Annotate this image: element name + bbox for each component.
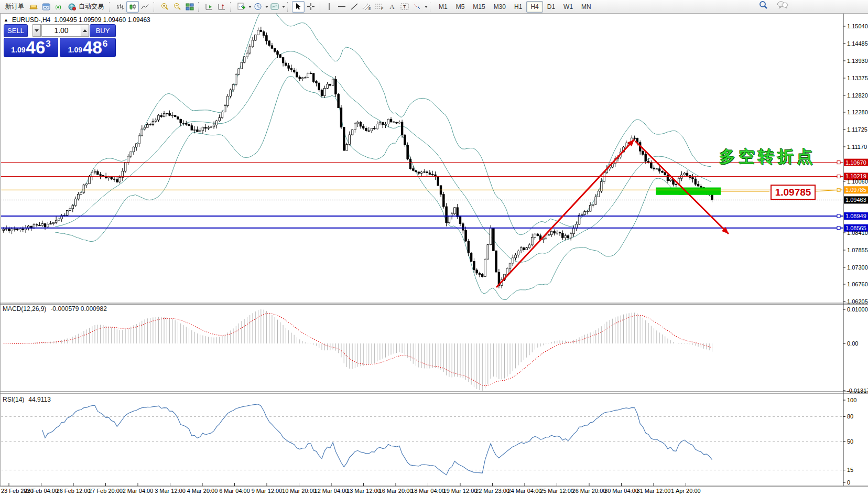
- timeframe-h4[interactable]: H4: [526, 1, 542, 13]
- svg-text:25 Mar 12:00: 25 Mar 12:00: [540, 488, 574, 494]
- horizontal-line-tool-icon[interactable]: [335, 1, 348, 13]
- timeframe-m5[interactable]: M5: [452, 1, 469, 13]
- candles-layer: [3, 27, 713, 288]
- terminal-window-icon[interactable]: [40, 1, 52, 13]
- buy-button[interactable]: BUY: [90, 24, 116, 37]
- symbol-title: ▲ EURUSD-,H4 1.09495 1.09509 1.09460 1.0…: [4, 16, 150, 24]
- volume-increase-button[interactable]: [81, 24, 89, 37]
- svg-text:1.12280: 1.12280: [847, 109, 868, 115]
- arrows-dropdown[interactable]: [425, 6, 428, 8]
- timeframe-h1[interactable]: H1: [510, 1, 526, 13]
- timeframe-m1[interactable]: M1: [435, 1, 452, 13]
- turning-point-annotation[interactable]: 多空转折点: [719, 146, 816, 168]
- svg-text:27 Feb 20:00: 27 Feb 20:00: [89, 488, 123, 494]
- macd-indicator-label: MACD(12,26,9) -0.000579 0.000982: [3, 305, 107, 313]
- svg-text:80: 80: [847, 413, 853, 419]
- bollinger-bands: [55, 14, 711, 300]
- svg-text:12 Mar 04:00: 12 Mar 04:00: [314, 488, 349, 494]
- sell-price-box[interactable]: 1.09 46 3: [4, 38, 58, 57]
- line-chart-type-icon[interactable]: [139, 1, 151, 13]
- svg-text:100: 100: [847, 397, 856, 403]
- svg-text:26 Feb 12:00: 26 Feb 12:00: [57, 488, 91, 494]
- svg-text:1.11725: 1.11725: [847, 126, 867, 133]
- tile-windows-icon[interactable]: [183, 1, 196, 13]
- buy-price-big: 48: [83, 40, 102, 56]
- symbol-trend-icon: ▲: [4, 17, 8, 23]
- candlestick-chart-type-icon[interactable]: [126, 1, 139, 13]
- chart-canvas[interactable]: 1.106701.102191.097851.089491.085651.094…: [0, 14, 868, 495]
- bar-chart-type-icon[interactable]: [114, 1, 126, 13]
- text-tool-icon[interactable]: A: [386, 1, 398, 13]
- svg-text:30 Mar 04:00: 30 Mar 04:00: [604, 488, 638, 494]
- svg-text:22 Mar 23:00: 22 Mar 23:00: [475, 488, 509, 494]
- signal-icon[interactable]: [52, 1, 65, 13]
- new-order-button[interactable]: 新订单: [2, 2, 27, 12]
- svg-text:1 Apr 20:00: 1 Apr 20:00: [671, 488, 700, 494]
- search-icon[interactable]: [759, 1, 768, 11]
- template-dropdown[interactable]: [282, 6, 285, 8]
- level-handle: [837, 175, 840, 178]
- timeframe-w1[interactable]: W1: [559, 1, 577, 13]
- timeframe-d1[interactable]: D1: [543, 1, 559, 13]
- auto-trading-button[interactable]: 自动交易: [65, 2, 107, 12]
- pane-separators[interactable]: [0, 14, 868, 486]
- auto-scroll-icon[interactable]: [203, 1, 215, 13]
- chat-icon[interactable]: [777, 1, 788, 11]
- volume-input[interactable]: [41, 24, 81, 37]
- gold-ingot-icon[interactable]: [27, 1, 40, 13]
- toolbar: 新订单 自动交易: [0, 0, 868, 14]
- sell-price-sup: 3: [46, 39, 50, 49]
- svg-text:6 Mar 04:00: 6 Mar 04:00: [219, 488, 250, 494]
- trendline-tool-icon[interactable]: [348, 1, 361, 13]
- buy-button-label: BUY: [96, 27, 110, 35]
- rsi-name: RSI(14): [3, 396, 24, 403]
- svg-text:1.10670: 1.10670: [845, 159, 866, 166]
- price-callout-box[interactable]: 1.09785: [771, 185, 816, 200]
- svg-text:1.07855: 1.07855: [847, 247, 868, 253]
- rsi-indicator-label: RSI(14) 44.9113: [3, 396, 51, 403]
- chart-shift-icon[interactable]: [215, 1, 228, 13]
- spinner-up-icon: [83, 29, 87, 32]
- macd-histogram: [4, 309, 712, 391]
- add-indicator-icon[interactable]: [235, 1, 247, 13]
- svg-text:0.00: 0.00: [847, 340, 858, 347]
- crosshair-tool-icon[interactable]: [305, 1, 317, 13]
- channel-tool-icon[interactable]: E: [361, 1, 373, 13]
- timeframe-m30[interactable]: M30: [490, 1, 510, 13]
- level-lines[interactable]: 1.106701.102191.097851.089491.08565: [1, 159, 868, 232]
- svg-text:18 Mar 04:00: 18 Mar 04:00: [411, 488, 445, 494]
- period-clock-icon[interactable]: [252, 1, 264, 13]
- vertical-line-tool-icon[interactable]: [323, 1, 335, 13]
- macd-axis[interactable]: 0.0100020.00-0.013171: [843, 306, 868, 394]
- svg-text:26 Mar 20:00: 26 Mar 20:00: [572, 488, 606, 494]
- zoom-in-icon[interactable]: [158, 1, 171, 13]
- rsi-levels: 1008050150: [1, 397, 856, 486]
- timeframe-m15[interactable]: M15: [469, 1, 489, 13]
- timeframe-mn[interactable]: MN: [577, 1, 595, 13]
- svg-text:19 Mar 12:00: 19 Mar 12:00: [443, 488, 478, 494]
- level-handle: [837, 227, 840, 230]
- rsi-line: [42, 404, 712, 475]
- buy-price-box[interactable]: 1.09 48 6: [60, 38, 116, 57]
- buy-price-prefix: 1.09: [68, 46, 82, 54]
- symbol-name: EURUSD-,H4: [12, 16, 50, 24]
- cursor-tool-icon[interactable]: [292, 1, 305, 13]
- sell-price-prefix: 1.09: [11, 46, 25, 54]
- volume-decrease-button[interactable]: [32, 24, 41, 37]
- sell-price-big: 46: [26, 40, 46, 56]
- chart-area: 1.106701.102191.097851.089491.085651.094…: [0, 14, 868, 495]
- template-icon[interactable]: [268, 1, 281, 13]
- auto-trading-label: 自动交易: [79, 2, 104, 11]
- zoom-out-icon[interactable]: [171, 1, 183, 13]
- level-handle: [837, 161, 840, 164]
- sell-button[interactable]: SELL: [4, 24, 28, 37]
- fibonacci-tool-icon[interactable]: F: [373, 1, 386, 13]
- text-label-tool-icon[interactable]: T: [398, 1, 411, 13]
- time-axis[interactable]: 23 Feb 202025 Feb 04:0026 Feb 12:0027 Fe…: [1, 483, 701, 494]
- rsi-value: 44.9113: [28, 396, 51, 403]
- trend-arrows[interactable]: [496, 139, 729, 287]
- svg-text:50: 50: [847, 438, 853, 445]
- arrows-tool-icon[interactable]: [411, 1, 424, 13]
- svg-text:1.06205: 1.06205: [847, 298, 868, 305]
- svg-text:1.07300: 1.07300: [847, 264, 868, 271]
